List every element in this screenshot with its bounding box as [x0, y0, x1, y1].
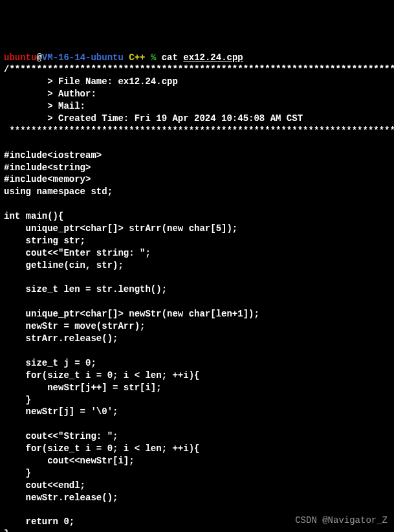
include-iostream: #include<iostream> — [4, 150, 102, 161]
code-line: newStr[j] = '\0'; — [4, 406, 118, 417]
code-line: cout<<"Enter string: "; — [4, 248, 151, 258]
main-close: } — [4, 529, 9, 532]
code-line: strArr.release(); — [4, 333, 118, 344]
code-line: return 0; — [4, 516, 74, 527]
code-line: getline(cin, str); — [4, 260, 124, 271]
watermark: CSDN @Navigator_Z — [295, 515, 388, 527]
main-decl: int main(){ — [4, 211, 63, 221]
using-namespace: using namespace std; — [4, 186, 113, 197]
code-line: for(size_t i = 0; i < len; ++i){ — [4, 370, 199, 381]
comment-top: /***************************************… — [4, 64, 394, 74]
code-line: newStr.release(); — [4, 493, 118, 503]
code-line: size_t len = str.length(); — [4, 284, 167, 294]
terminal[interactable]: ubuntu@VM-16-14-ubuntu C++ % cat ex12.24… — [4, 52, 390, 532]
code-line: unique_ptr<char[]> strArr(new char[5]); — [4, 223, 237, 234]
code-line: string str; — [4, 236, 85, 246]
filename: ex12.24.cpp — [183, 52, 243, 63]
code-line: unique_ptr<char[]> newStr(new char[len+1… — [4, 309, 259, 319]
prompt-line-1: ubuntu@VM-16-14-ubuntu C++ % cat ex12.24… — [4, 52, 243, 63]
code-line: } — [4, 395, 31, 405]
code-line: newStr = move(strArr); — [4, 321, 145, 331]
code-line: cout<<newStr[i]; — [4, 456, 135, 466]
comment-mail: > Mail: — [4, 101, 85, 111]
code-line: size_t j = 0; — [4, 358, 96, 368]
code-line: for(size_t i = 0; i < len; ++i){ — [4, 443, 199, 454]
comment-bot: ****************************************… — [4, 126, 394, 136]
cwd: C++ — [129, 52, 145, 63]
comment-author: > Author: — [4, 89, 96, 99]
include-string: #include<string> — [4, 162, 91, 173]
code-line: cout<<"String: "; — [4, 431, 118, 441]
at-sign: @ — [36, 52, 41, 63]
prompt-symbol: % — [151, 52, 156, 63]
code-line: cout<<endl; — [4, 480, 85, 491]
include-memory: #include<memory> — [4, 174, 91, 184]
comment-created: > Created Time: Fri 19 Apr 2024 10:45:08… — [4, 113, 303, 124]
code-line: newStr[j++] = str[i]; — [4, 382, 162, 393]
code-line: } — [4, 468, 31, 478]
comment-filename: > File Name: ex12.24.cpp — [4, 76, 178, 87]
host: VM-16-14-ubuntu — [42, 52, 124, 63]
user: ubuntu — [4, 52, 36, 63]
command-cat: cat — [162, 52, 178, 63]
